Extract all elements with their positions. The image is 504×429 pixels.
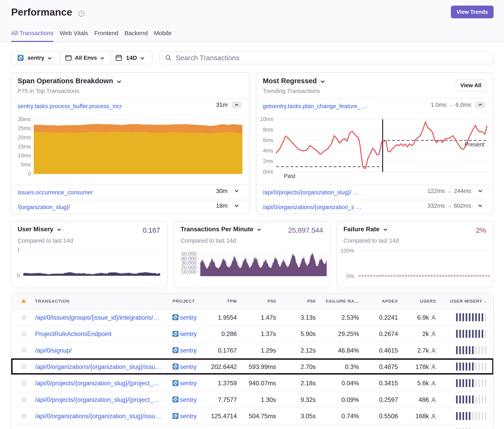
- svg-text:?: ?: [81, 12, 83, 16]
